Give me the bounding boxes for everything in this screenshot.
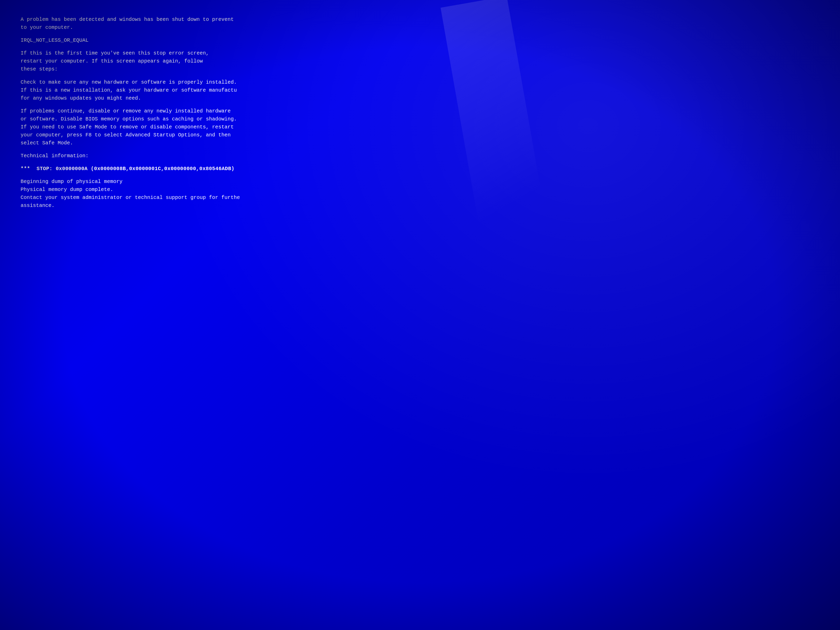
stop-code-block: *** STOP: 0x0000000A (0x0000008B,0x00000… xyxy=(21,165,819,173)
first-time-text: If this is the first time you've seen th… xyxy=(21,50,209,72)
hardware-check-paragraph: Check to make sure any new hardware or s… xyxy=(21,78,819,102)
technical-info-block: Technical information: xyxy=(21,152,819,160)
error-code: IRQL_NOT_LESS_OR_EQUAL xyxy=(21,37,88,43)
stop-code: *** STOP: 0x0000000A (0x0000008B,0x00000… xyxy=(21,166,234,172)
hardware-check-text: Check to make sure any new hardware or s… xyxy=(21,79,237,101)
error-code-block: IRQL_NOT_LESS_OR_EQUAL xyxy=(21,36,819,44)
bsod-screen: A problem has been detected and windows … xyxy=(0,0,840,630)
dump-block: Beginning dump of physical memory Physic… xyxy=(21,178,819,210)
first-time-paragraph: If this is the first time you've seen th… xyxy=(21,49,819,73)
intro-text: A problem has been detected and windows … xyxy=(21,16,819,32)
intro-paragraph: A problem has been detected and windows … xyxy=(21,16,234,30)
problems-continue-text: If problems continue, disable or remove … xyxy=(21,108,237,146)
technical-info-label: Technical information: xyxy=(21,153,88,159)
dump-text: Beginning dump of physical memory Physic… xyxy=(21,178,240,208)
problems-continue-paragraph: If problems continue, disable or remove … xyxy=(21,107,819,147)
